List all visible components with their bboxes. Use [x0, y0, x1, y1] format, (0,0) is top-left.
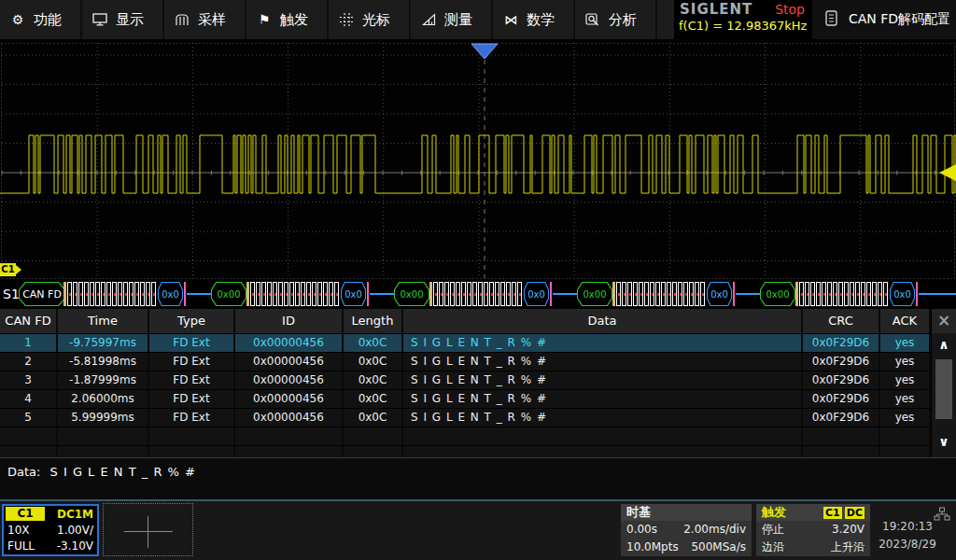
decode-data-byte[interactable] [878, 282, 882, 306]
table-row[interactable]: 1-9.75997msFD Ext0x000004560x0CS I G L E… [0, 333, 931, 352]
decode-data-byte[interactable] [655, 282, 660, 306]
scroll-up-icon[interactable]: ∧ [932, 337, 956, 352]
decode-data-byte[interactable] [850, 282, 854, 306]
decode-data-byte[interactable] [134, 282, 139, 306]
decode-id-tag[interactable]: 0x00 [394, 282, 429, 306]
bus-type-tag[interactable]: CAN FD [19, 282, 65, 306]
decode-data-byte[interactable] [495, 282, 499, 306]
scrollbar-thumb[interactable] [935, 359, 952, 419]
decode-data-byte[interactable] [90, 282, 94, 306]
decode-config-button[interactable]: CAN FD解码配置 [810, 0, 956, 39]
decode-data-byte[interactable] [306, 282, 311, 306]
decode-data-byte[interactable] [267, 282, 272, 306]
decode-data-byte[interactable] [295, 282, 300, 306]
decode-data-byte[interactable] [456, 282, 460, 306]
decode-data-byte[interactable] [461, 282, 466, 306]
waveform-display[interactable]: C1 [0, 39, 956, 280]
decode-data-byte[interactable] [450, 282, 455, 306]
decode-data-byte[interactable] [661, 282, 666, 306]
decode-data-byte[interactable] [844, 282, 849, 306]
decode-data-byte[interactable] [284, 282, 288, 306]
decode-data-byte[interactable] [433, 282, 438, 306]
decode-data-byte[interactable] [250, 282, 255, 306]
decode-data-byte[interactable] [861, 282, 865, 306]
decode-data-byte[interactable] [500, 282, 505, 306]
decode-data-byte[interactable] [67, 282, 72, 306]
decode-data-byte[interactable] [444, 282, 449, 306]
decode-crc-tag[interactable]: 0x0 [707, 282, 732, 306]
decode-data-byte[interactable] [866, 282, 871, 306]
decode-data-byte[interactable] [472, 282, 477, 306]
decode-id-tag[interactable]: 0x00 [760, 282, 795, 306]
decode-data-byte[interactable] [467, 282, 471, 306]
decode-data-byte[interactable] [84, 282, 89, 306]
decode-crc-tag[interactable]: 0x0 [890, 282, 915, 306]
decode-data-byte[interactable] [678, 282, 682, 306]
decode-data-byte[interactable] [256, 282, 260, 306]
decode-data-byte[interactable] [301, 282, 305, 306]
decode-data-byte[interactable] [838, 282, 843, 306]
decode-data-byte[interactable] [129, 282, 134, 306]
decode-data-byte[interactable] [484, 282, 488, 306]
decode-data-byte[interactable] [278, 282, 283, 306]
decode-data-byte[interactable] [622, 282, 626, 306]
decode-data-byte[interactable] [95, 282, 100, 306]
decode-data-byte[interactable] [151, 282, 156, 306]
menu-item-gear[interactable]: ⚙功能 [0, 0, 82, 39]
menu-item-sampling[interactable]: 采样 [164, 0, 246, 39]
decode-data-byte[interactable] [312, 282, 316, 306]
decode-data-byte[interactable] [855, 282, 860, 306]
decode-data-byte[interactable] [616, 282, 621, 306]
decode-data-byte[interactable] [261, 282, 266, 306]
decode-data-byte[interactable] [650, 282, 654, 306]
decode-data-byte[interactable] [667, 282, 671, 306]
table-row[interactable]: 42.06000msFD Ext0x000004560x0CS I G L E … [0, 389, 931, 408]
network-icon[interactable] [934, 507, 950, 525]
menu-item-math[interactable]: ⋈数学 [493, 0, 575, 39]
decode-data-byte[interactable] [633, 282, 638, 306]
menu-item-cursor[interactable]: 光标 [329, 0, 411, 39]
channel1-descriptor[interactable]: C1 DC1M 10X 1.00V/ FULL -3.10V [2, 504, 99, 556]
decode-data-byte[interactable] [833, 282, 837, 306]
decode-data-byte[interactable] [289, 282, 294, 306]
decode-data-byte[interactable] [672, 282, 677, 306]
decode-data-byte[interactable] [329, 282, 333, 306]
decode-data-byte[interactable] [689, 282, 694, 306]
decode-data-byte[interactable] [695, 282, 699, 306]
decode-data-byte[interactable] [106, 282, 111, 306]
decode-data-byte[interactable] [816, 282, 821, 306]
decode-data-byte[interactable] [639, 282, 643, 306]
decode-data-byte[interactable] [827, 282, 832, 306]
decode-data-byte[interactable] [273, 282, 277, 306]
decode-data-byte[interactable] [78, 282, 83, 306]
channel1-ground-marker[interactable]: C1 [0, 263, 16, 276]
menu-item-measure[interactable]: 测量 [411, 0, 493, 39]
decode-data-byte[interactable] [627, 282, 632, 306]
table-row[interactable]: 2-5.81998msFD Ext0x000004560x0CS I G L E… [0, 352, 931, 371]
decode-data-byte[interactable] [810, 282, 815, 306]
menu-item-trigger-flag[interactable]: ⚑触发 [246, 0, 329, 39]
table-row[interactable]: 55.99999msFD Ext0x000004560x0CS I G L E … [0, 408, 931, 427]
add-channel-area[interactable] [103, 503, 193, 556]
scroll-down-icon[interactable]: ∨ [932, 434, 956, 449]
decode-data-byte[interactable] [146, 282, 150, 306]
decode-data-byte[interactable] [883, 282, 888, 306]
table-row[interactable]: 3-1.87999msFD Ext0x000004560x0CS I G L E… [0, 371, 931, 389]
close-icon[interactable]: × [932, 309, 956, 333]
decode-data-byte[interactable] [317, 282, 322, 306]
decode-data-byte[interactable] [805, 282, 809, 306]
decode-data-byte[interactable] [140, 282, 145, 306]
decode-data-byte[interactable] [112, 282, 117, 306]
decode-data-byte[interactable] [73, 282, 77, 306]
decode-crc-tag[interactable]: 0x0 [158, 282, 183, 306]
decode-data-byte[interactable] [489, 282, 494, 306]
decode-data-byte[interactable] [683, 282, 688, 306]
trigger-descriptor[interactable]: 触发 C1 DC 停止 3.20V 边沿 上升沿 [756, 504, 870, 556]
decode-data-byte[interactable] [644, 282, 649, 306]
decode-data-byte[interactable] [334, 282, 339, 306]
decode-id-tag[interactable]: 0x00 [577, 282, 612, 306]
decode-crc-tag[interactable]: 0x0 [341, 282, 366, 306]
decode-data-byte[interactable] [101, 282, 105, 306]
decode-data-byte[interactable] [506, 282, 511, 306]
decode-data-byte[interactable] [439, 282, 443, 306]
